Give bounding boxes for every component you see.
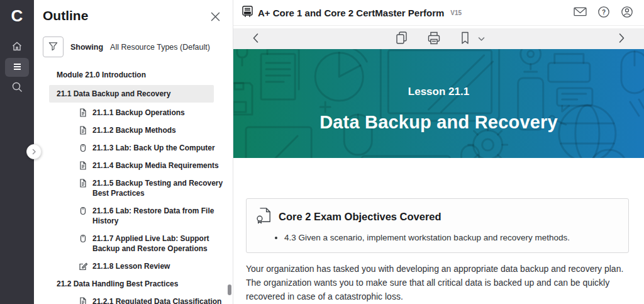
outline-item[interactable]: 21.1.3 Lab: Back Up the Computer <box>34 139 233 157</box>
document-icon <box>79 161 87 170</box>
lesson-toolbar <box>233 28 644 48</box>
course-title-wrap: A+ Core 1 and Core 2 CertMaster Perform … <box>242 6 462 20</box>
account-button[interactable] <box>619 4 635 22</box>
messages-button[interactable] <box>572 4 589 21</box>
filter-button[interactable] <box>43 37 64 57</box>
outline-item-label: 21.1.8 Lesson Review <box>92 261 170 271</box>
filter-funnel-icon <box>48 41 58 53</box>
chevron-down-icon <box>478 34 485 43</box>
close-icon <box>211 14 220 23</box>
bookmark-group <box>458 30 487 48</box>
lab-mouse-icon <box>79 206 87 215</box>
print-button[interactable] <box>425 30 443 48</box>
objectives-list: 4.3 Given a scenario, implement workstat… <box>284 232 617 244</box>
outline-item-label: 21.1.7 Applied Live Lab: Support Backup … <box>92 234 224 254</box>
app-window: C Outline <box>0 0 644 304</box>
collapse-outline-button[interactable] <box>26 144 42 159</box>
outline-toggle-button[interactable] <box>5 58 29 77</box>
outline-item-module[interactable]: Module 21.0 Introduction <box>34 66 233 84</box>
chevron-right-icon <box>618 33 626 45</box>
bookmark-icon <box>460 31 470 47</box>
chevron-left-icon <box>252 33 260 45</box>
bookmark-button[interactable] <box>458 30 472 48</box>
close-outline-button[interactable] <box>208 9 223 26</box>
chevron-right-icon <box>31 147 37 157</box>
document-icon <box>79 297 87 304</box>
outline-item-label: 21.2 Data Handling Best Practices <box>57 279 178 289</box>
print-icon <box>427 31 441 47</box>
intro-paragraph: Your organization has tasked you with de… <box>246 262 629 304</box>
course-header: A+ Core 1 and Core 2 CertMaster Perform … <box>233 0 644 26</box>
outline-item-label: 21.2.1 Regulated Data Classification <box>92 296 221 304</box>
outline-panel: Outline Showing All Resource Types (Defa… <box>34 0 233 304</box>
banner-text: Lesson 21.1 Data Backup and Recovery <box>233 49 644 158</box>
bookmark-menu-button[interactable] <box>476 32 487 45</box>
outline-item[interactable]: 21.1.6 Lab: Restore Data from File Histo… <box>34 202 233 230</box>
lesson-title: Data Backup and Recovery <box>319 112 558 133</box>
header-actions: ? <box>572 4 635 22</box>
ereader-icon <box>242 6 253 20</box>
outline-item[interactable]: 21.1.4 Backup Media Requirements <box>34 157 233 174</box>
help-icon: ? <box>597 6 610 20</box>
main-content: A+ Core 1 and Core 2 CertMaster Perform … <box>233 0 644 304</box>
home-button[interactable] <box>5 38 29 57</box>
outline-item[interactable]: 21.1.1 Backup Operations <box>34 104 233 121</box>
showing-label: Showing <box>70 43 103 52</box>
objective-item: 4.3 Given a scenario, implement workstat… <box>284 232 617 244</box>
copy-button[interactable] <box>393 29 410 48</box>
outline-item-label: 21.1 Data Backup and Recovery <box>57 89 170 99</box>
outline-item-label: Module 21.0 Introduction <box>57 70 146 80</box>
lab-mouse-icon <box>79 144 87 152</box>
outline-header: Outline <box>34 0 233 31</box>
lesson-content: Core 2 Exam Objectives Covered 4.3 Given… <box>233 158 644 304</box>
outline-item-label: 21.1.5 Backup Testing and Recovery Best … <box>92 178 224 198</box>
account-icon <box>621 6 633 20</box>
certificate-icon <box>255 207 272 227</box>
objectives-title: Core 2 Exam Objectives Covered <box>279 211 441 223</box>
outline-item[interactable]: 21.2.1 Regulated Data Classification <box>34 293 233 304</box>
outline-item[interactable]: 21.1.7 Applied Live Lab: Support Backup … <box>34 230 233 257</box>
exam-objectives-box: Core 2 Exam Objectives Covered 4.3 Given… <box>246 198 629 253</box>
outline-item-label: 21.1.3 Lab: Back Up the Computer <box>92 143 215 153</box>
outline-item-lesson[interactable]: 21.2 Data Handling Best Practices <box>34 275 233 293</box>
outline-scrollbar-thumb[interactable] <box>228 284 231 295</box>
toolbar-center-group <box>393 29 487 48</box>
showing-value[interactable]: All Resource Types (Default) <box>110 43 210 52</box>
document-icon <box>79 108 87 117</box>
help-button[interactable]: ? <box>596 4 612 22</box>
filter-row: Showing All Resource Types (Default) <box>34 31 233 66</box>
mail-icon <box>574 6 587 19</box>
lab-mouse-icon <box>79 234 87 243</box>
outline-item-label: 21.1.1 Backup Operations <box>92 108 185 118</box>
outline-title: Outline <box>43 8 88 23</box>
outline-item-lesson-selected[interactable]: 21.1 Data Backup and Recovery <box>49 85 214 103</box>
document-icon <box>79 126 87 135</box>
svg-text:?: ? <box>602 8 606 15</box>
outline-tree: Module 21.0 Introduction 21.1 Data Backu… <box>34 66 233 304</box>
outline-item[interactable]: 21.1.8 Lesson Review <box>34 257 233 275</box>
lesson-number: Lesson 21.1 <box>408 86 469 98</box>
list-icon <box>11 61 23 74</box>
outline-item-label: 21.1.6 Lab: Restore Data from File Histo… <box>92 206 224 226</box>
comptia-logo: C <box>11 5 23 26</box>
objectives-title-row: Core 2 Exam Objectives Covered <box>255 207 617 227</box>
home-icon <box>11 41 23 54</box>
outline-item-label: 21.1.4 Backup Media Requirements <box>92 160 219 171</box>
outline-item[interactable]: 21.1.2 Backup Methods <box>34 121 233 139</box>
previous-page-button[interactable] <box>250 31 262 47</box>
lesson-banner: Lesson 21.1 Data Backup and Recovery <box>233 49 644 158</box>
course-version-badge: V15 <box>450 9 462 16</box>
document-icon <box>79 179 87 188</box>
lesson-review-icon <box>79 262 87 271</box>
outline-item[interactable]: 21.1.5 Backup Testing and Recovery Best … <box>34 174 233 202</box>
next-page-button[interactable] <box>616 31 628 47</box>
rail-items <box>5 38 29 97</box>
search-icon <box>11 81 23 94</box>
outline-item-label: 21.1.2 Backup Methods <box>92 125 176 135</box>
search-button[interactable] <box>5 78 29 97</box>
course-title: A+ Core 1 and Core 2 CertMaster Perform <box>258 8 444 18</box>
copy-icon <box>395 31 408 47</box>
